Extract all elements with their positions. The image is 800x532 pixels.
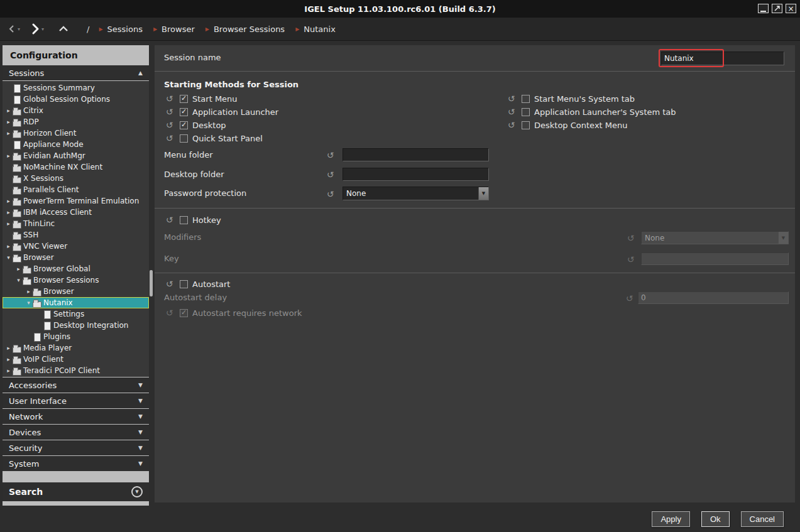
apply-button[interactable]: Apply — [652, 511, 690, 527]
forward-history-caret-icon[interactable]: ▾ — [41, 26, 44, 32]
tree-scrollbar-thumb[interactable] — [150, 270, 153, 296]
sidebar-section-user-interface[interactable]: User Interface▼ — [3, 393, 149, 408]
ok-button[interactable]: Ok — [701, 511, 730, 527]
expander-closed-icon[interactable]: ▸ — [4, 356, 13, 362]
dropdown-arrow-icon[interactable]: ▼ — [478, 187, 488, 200]
menu-folder-input[interactable] — [342, 148, 489, 161]
sidebar-section-accessories[interactable]: Accessories▼ — [3, 377, 149, 393]
tree-item-browser-global[interactable]: ▸Browser Global — [3, 263, 149, 274]
hotkey-checkbox[interactable] — [180, 216, 188, 224]
tree-item-thinlinc[interactable]: ▸ThinLinc — [3, 218, 149, 229]
tree-item-sessions-summary[interactable]: Sessions Summary — [3, 82, 149, 94]
reset-icon[interactable] — [165, 121, 174, 130]
desktop-folder-input[interactable] — [342, 168, 489, 181]
back-button[interactable] — [8, 24, 16, 34]
desktop-checkbox[interactable] — [180, 121, 188, 129]
quick-start-panel-checkbox[interactable] — [180, 134, 188, 143]
expander-closed-icon[interactable]: ▸ — [4, 107, 13, 114]
sidebar-section-security[interactable]: Security▼ — [3, 440, 149, 455]
tree-item-global-session-options[interactable]: Global Session Options — [3, 94, 149, 105]
sidebar-section-system[interactable]: System▼ — [3, 456, 149, 471]
tree-item-nutanix[interactable]: ▾Nutanix — [3, 297, 149, 308]
cancel-button[interactable]: Cancel — [741, 511, 784, 527]
autostart-checkbox[interactable] — [180, 280, 188, 288]
tree-item-label: Parallels Client — [23, 185, 79, 194]
tree-item-x-sessions[interactable]: X Sessions — [3, 173, 149, 184]
sessions-section-header[interactable]: Sessions ▲ — [3, 65, 149, 80]
expander-closed-icon[interactable]: ▸ — [4, 130, 13, 136]
tree-item-browser[interactable]: ▾Browser — [3, 252, 149, 263]
password-protection-select[interactable]: None ▼ — [342, 187, 489, 200]
tree-item-powerterm-terminal-emulation[interactable]: ▸PowerTerm Terminal Emulation — [3, 195, 149, 207]
reset-icon[interactable] — [507, 107, 516, 117]
close-button[interactable]: × — [786, 4, 796, 13]
expander-closed-icon[interactable]: ▸ — [14, 266, 23, 272]
expander-closed-icon[interactable]: ▸ — [4, 345, 13, 351]
expander-closed-icon[interactable]: ▸ — [4, 153, 13, 159]
tree-item-plugins[interactable]: Plugins — [3, 331, 149, 342]
tree-item-teradici-pcoip-client[interactable]: ▸Teradici PCoIP Client — [3, 365, 149, 376]
back-history-caret-icon[interactable]: ▾ — [18, 26, 20, 32]
breadcrumb-item-browser[interactable]: ▶Browser — [153, 24, 195, 34]
reset-icon[interactable] — [507, 94, 516, 104]
expander-closed-icon[interactable]: ▸ — [4, 220, 13, 227]
tree-item-desktop-integration[interactable]: Desktop Integration — [3, 320, 149, 331]
tree-item-media-player[interactable]: ▸Media Player — [3, 342, 149, 354]
desktop-context-menu-checkbox[interactable] — [522, 121, 530, 129]
expander-closed-icon[interactable]: ▸ — [4, 367, 13, 374]
tree-item-browser-sessions[interactable]: ▾Browser Sessions — [3, 274, 149, 286]
minimize-button[interactable] — [758, 4, 769, 13]
tree-item-parallels-client[interactable]: Parallels Client — [3, 184, 149, 195]
expander-open-icon[interactable]: ▾ — [4, 254, 13, 261]
reset-icon[interactable] — [326, 151, 335, 160]
expander-closed-icon[interactable]: ▸ — [25, 288, 33, 295]
tree-item-vnc-viewer[interactable]: ▸VNC Viewer — [3, 241, 149, 252]
tree-item-rdp[interactable]: ▸RDP — [3, 116, 149, 128]
up-button[interactable] — [58, 25, 69, 33]
expander-closed-icon[interactable]: ▸ — [4, 209, 13, 215]
reset-icon[interactable] — [165, 107, 174, 117]
reset-icon[interactable] — [165, 94, 174, 104]
titlebar[interactable]: IGEL Setup 11.03.100.rc6.01 (Build 6.3.7… — [0, 0, 800, 18]
expander-open-icon[interactable]: ▾ — [25, 300, 33, 306]
start-menu-s-system-tab-checkbox[interactable] — [522, 95, 530, 103]
tree-item-ssh[interactable]: SSH — [3, 229, 149, 241]
breadcrumb-item-nutanix[interactable]: ▶Nutanix — [295, 24, 336, 34]
tree-item-appliance-mode[interactable]: Appliance Mode — [3, 139, 149, 150]
reset-icon[interactable] — [326, 170, 335, 180]
reset-icon[interactable] — [507, 121, 516, 130]
session-name-input[interactable] — [661, 52, 784, 65]
tree-item-nomachine-nx-client[interactable]: NoMachine NX Client — [3, 161, 149, 173]
tree-item-horizon-client[interactable]: ▸Horizon Client — [3, 128, 149, 139]
sidebar-section-network[interactable]: Network▼ — [3, 409, 149, 424]
folder-icon — [13, 242, 21, 251]
tree-item-evidian-authmgr[interactable]: ▸Evidian AuthMgr — [3, 150, 149, 161]
tree-item-voip-client[interactable]: ▸VoIP Client — [3, 354, 149, 365]
tree-item-ibm-iaccess-client[interactable]: ▸IBM iAccess Client — [3, 207, 149, 218]
reset-icon[interactable] — [326, 190, 335, 199]
reset-icon[interactable] — [165, 134, 174, 143]
expander-closed-icon[interactable]: ▸ — [4, 243, 13, 249]
forward-button[interactable] — [30, 23, 40, 35]
breadcrumb-item-sessions[interactable]: ▶Sessions — [99, 24, 143, 34]
search-section-header[interactable]: Search ▼ — [3, 482, 149, 501]
expander-open-icon[interactable]: ▾ — [14, 277, 23, 283]
tree-item-settings[interactable]: Settings — [3, 308, 149, 320]
search-expand-button[interactable]: ▼ — [131, 486, 143, 497]
tree-item-label: IBM iAccess Client — [23, 208, 92, 217]
breadcrumb-arrow-icon: ▶ — [99, 26, 102, 32]
sidebar-section-devices[interactable]: Devices▼ — [3, 425, 149, 440]
application-launcher-checkbox[interactable] — [180, 108, 188, 116]
tree-item-citrix[interactable]: ▸Citrix — [3, 105, 149, 116]
folder-icon — [13, 175, 21, 183]
forward-arrow-icon — [30, 23, 40, 35]
reset-icon[interactable] — [165, 215, 174, 225]
application-launcher-s-system-tab-checkbox[interactable] — [522, 108, 530, 116]
reset-icon[interactable] — [165, 280, 174, 289]
expander-closed-icon[interactable]: ▸ — [4, 198, 13, 204]
start-menu-checkbox[interactable] — [180, 95, 188, 103]
expander-closed-icon[interactable]: ▸ — [4, 119, 13, 125]
maximize-button[interactable] — [772, 4, 782, 13]
breadcrumb-item-browser-sessions[interactable]: ▶Browser Sessions — [205, 24, 285, 34]
tree-item-browser[interactable]: ▸Browser — [3, 286, 149, 297]
